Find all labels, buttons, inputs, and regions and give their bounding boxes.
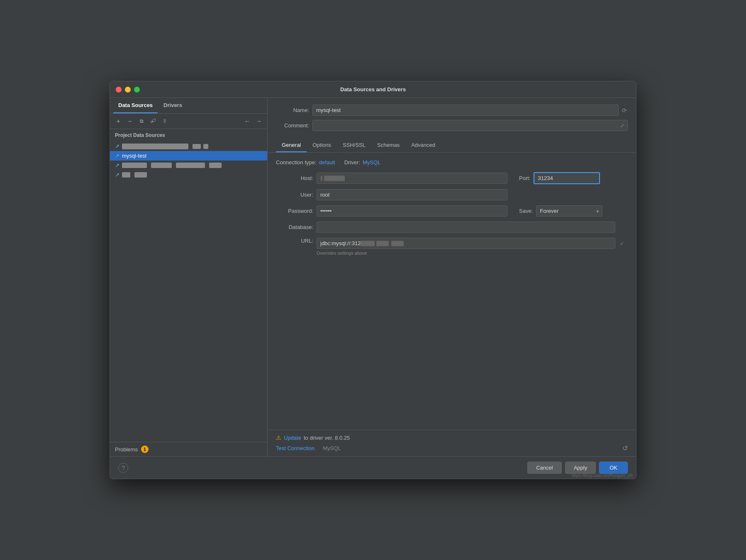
dialog-title: Data Sources and Drivers: [340, 86, 406, 93]
host-label: Host:: [276, 175, 313, 181]
port-label: Port:: [519, 175, 530, 181]
tab-ssh-ssl[interactable]: SSH/SSL: [337, 139, 371, 152]
test-connection-button[interactable]: Test Connection: [276, 445, 314, 451]
general-tab-content: Connection type: default Driver: MySQL H…: [268, 153, 636, 430]
save-select-wrap: Forever Until restart Never: [536, 205, 602, 217]
port-input[interactable]: [534, 172, 600, 184]
window-controls: [116, 87, 140, 93]
add-button[interactable]: +: [113, 116, 123, 126]
name-label: Name:: [276, 107, 309, 113]
tab-drivers[interactable]: Drivers: [158, 98, 187, 113]
url-label: URL:: [276, 238, 313, 244]
driver-name-label: MySQL: [323, 445, 341, 451]
footer-bar: ⚠ Update to driver ver. 8.0.25 Test Conn…: [268, 430, 636, 456]
close-button[interactable]: [116, 87, 122, 93]
url-expand-icon: ⤢: [620, 241, 624, 246]
url-input-wrap: ⤢: [317, 238, 628, 249]
url-expand-button[interactable]: ⤢: [618, 240, 625, 247]
datasource-icon-2: ↗: [115, 162, 119, 168]
name-input[interactable]: [312, 105, 619, 116]
toolbar: + − ⧉ ⇧ ←: [110, 114, 267, 129]
watermark: https://blog.csdn.net/Penguin_zlh: [572, 473, 633, 478]
right-panel: Name: ⟳ Comment: ⤢: [268, 98, 636, 456]
forward-nav-button[interactable]: →: [254, 116, 264, 126]
problems-badge: 1: [141, 446, 149, 453]
url-section: URL: ⤢: [276, 238, 628, 256]
datasource-selected-icon: ↗: [115, 153, 119, 159]
section-header: Project Data Sources: [110, 129, 267, 140]
user-label: User:: [276, 192, 313, 198]
tab-advanced[interactable]: Advanced: [405, 139, 441, 152]
back-nav-button[interactable]: ←: [242, 116, 252, 126]
left-tabs: Data Sources Drivers: [110, 98, 267, 114]
datasource-icon-3: ↗: [115, 172, 119, 178]
expand-icon: ⤢: [620, 123, 624, 129]
left-panel: Data Sources Drivers + − ⧉: [110, 98, 268, 456]
tab-data-sources[interactable]: Data Sources: [113, 98, 158, 113]
tab-general[interactable]: General: [276, 139, 307, 152]
list-item-blurred-3[interactable]: ↗: [110, 170, 267, 180]
driver-label-text: Driver:: [344, 159, 360, 166]
comment-label: Comment:: [276, 122, 309, 129]
tree-items: ↗ ↗ mysql-test ↗: [110, 140, 267, 442]
database-input[interactable]: [317, 222, 615, 233]
cancel-button[interactable]: Cancel: [527, 462, 561, 474]
warning-icon: ⚠: [276, 434, 281, 441]
password-input[interactable]: [317, 205, 507, 217]
database-row: Database:: [276, 222, 628, 233]
maximize-button[interactable]: [134, 87, 140, 93]
refresh-button[interactable]: ↺: [622, 444, 628, 452]
host-row: Host: Port:: [276, 172, 628, 184]
comment-row: Comment: ⤢: [276, 120, 628, 131]
save-group: Save: Forever Until restart Never: [519, 205, 602, 217]
db2-icon: [203, 144, 208, 149]
tabs-bar: General Options SSH/SSL Schemas Advanced: [268, 139, 636, 153]
reload-icon: ⟳: [622, 107, 627, 114]
apply-button[interactable]: Apply: [565, 462, 596, 474]
refresh-icon: ↺: [622, 445, 628, 452]
db-icon: [193, 144, 201, 149]
connection-type-row: Connection type: default Driver: MySQL: [276, 159, 628, 166]
bottom-bar: ? Cancel Apply OK: [110, 456, 636, 479]
list-item[interactable]: ↗: [110, 141, 267, 151]
tab-schemas[interactable]: Schemas: [371, 139, 405, 152]
url-input[interactable]: [317, 238, 615, 249]
help-button[interactable]: ?: [118, 463, 128, 473]
form-header: Name: ⟳ Comment: ⤢: [268, 98, 636, 135]
datasource-name: mysql-test: [122, 153, 146, 159]
user-row: User:: [276, 189, 628, 200]
connection-type-label: Connection type:: [276, 159, 317, 166]
action-row: Test Connection MySQL ↺: [276, 444, 628, 452]
password-label: Password:: [276, 208, 313, 214]
overrides-text: Overrides settings above: [317, 251, 628, 256]
save-select[interactable]: Forever Until restart Never: [536, 205, 602, 217]
ok-button[interactable]: OK: [599, 462, 628, 474]
driver-value[interactable]: MySQL: [363, 159, 380, 166]
host-input[interactable]: [317, 173, 507, 184]
port-group: Port:: [519, 172, 600, 184]
database-label: Database:: [276, 224, 313, 230]
user-input[interactable]: [317, 189, 507, 200]
copy-button[interactable]: ⧉: [137, 116, 146, 126]
settings-button[interactable]: [148, 116, 158, 126]
save-label: Save:: [519, 208, 533, 214]
nav-buttons: ← →: [242, 116, 264, 126]
import-button[interactable]: ⇧: [160, 116, 170, 126]
update-link[interactable]: Update: [284, 435, 301, 441]
name-row: Name: ⟳: [276, 105, 628, 116]
reload-button[interactable]: ⟳: [621, 106, 628, 114]
list-item-mysql-test[interactable]: ↗ mysql-test: [110, 151, 267, 161]
connection-type-value[interactable]: default: [319, 159, 335, 166]
datasource-icon: ↗: [115, 143, 119, 149]
url-row: URL: ⤢: [276, 238, 628, 249]
problems-section: Problems 1: [110, 442, 267, 456]
help-icon: ?: [122, 464, 125, 471]
comment-input[interactable]: [312, 120, 628, 131]
minimize-button[interactable]: [125, 87, 131, 93]
problems-label: Problems: [115, 446, 138, 453]
tab-options[interactable]: Options: [307, 139, 337, 152]
remove-button[interactable]: −: [125, 116, 135, 126]
list-item-blurred-2[interactable]: ↗: [110, 161, 267, 170]
expand-comment-button[interactable]: ⤢: [619, 122, 626, 129]
wrench-icon: [150, 118, 156, 124]
